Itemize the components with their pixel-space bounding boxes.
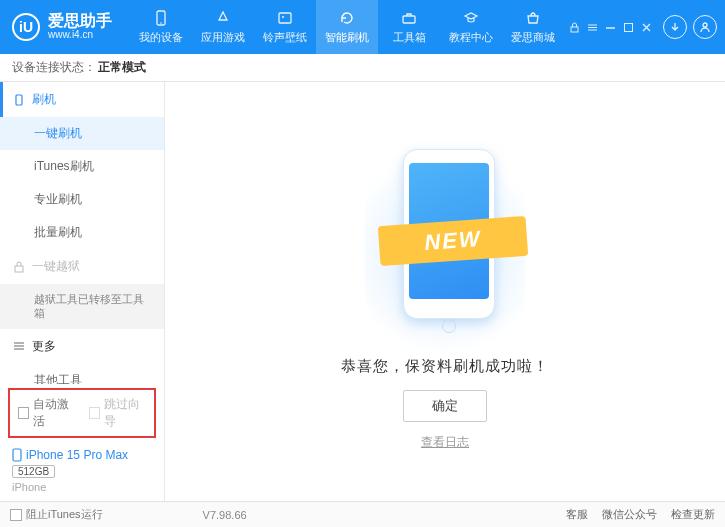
footer: 阻止iTunes运行 V7.98.66 客服 微信公众号 检查更新 bbox=[0, 501, 725, 527]
success-illustration: NEW bbox=[375, 143, 515, 343]
status-label: 设备连接状态： bbox=[12, 59, 96, 76]
svg-rect-9 bbox=[15, 266, 23, 272]
menu-icon[interactable] bbox=[585, 20, 599, 34]
svg-rect-8 bbox=[16, 95, 22, 105]
lock-icon[interactable] bbox=[567, 20, 581, 34]
device-info: iPhone 15 Pro Max 512GB iPhone bbox=[0, 442, 164, 501]
nav-tutorials[interactable]: 教程中心 bbox=[440, 0, 502, 54]
content-area: NEW 恭喜您，保资料刷机成功啦！ 确定 查看日志 bbox=[165, 82, 725, 501]
toolbox-icon bbox=[400, 9, 418, 27]
status-value: 正常模式 bbox=[98, 59, 146, 76]
titlebar-right bbox=[567, 15, 717, 39]
svg-rect-2 bbox=[279, 13, 291, 23]
svg-point-7 bbox=[703, 23, 707, 27]
checkbox-auto-activate[interactable]: 自动激活 bbox=[18, 396, 75, 430]
logo-icon: iU bbox=[12, 13, 40, 41]
nav-toolbox[interactable]: 工具箱 bbox=[378, 0, 440, 54]
close-button[interactable] bbox=[639, 20, 653, 34]
ok-button[interactable]: 确定 bbox=[403, 390, 487, 422]
sidebar-group-more[interactable]: 更多 bbox=[0, 329, 164, 364]
more-icon bbox=[12, 339, 26, 353]
nav-store[interactable]: 爱思商城 bbox=[502, 0, 564, 54]
device-name[interactable]: iPhone 15 Pro Max bbox=[12, 448, 152, 462]
download-button[interactable] bbox=[663, 15, 687, 39]
brand: 爱思助手 www.i4.cn bbox=[48, 13, 112, 41]
new-ribbon: NEW bbox=[378, 215, 528, 265]
refresh-icon bbox=[338, 9, 356, 27]
nav-flash[interactable]: 智能刷机 bbox=[316, 0, 378, 54]
svg-point-1 bbox=[160, 22, 162, 24]
jailbreak-note: 越狱工具已转移至工具箱 bbox=[0, 284, 164, 329]
flash-icon bbox=[12, 93, 26, 107]
app-title: 爱思助手 bbox=[48, 13, 112, 29]
svg-rect-10 bbox=[13, 449, 21, 461]
view-log-link[interactable]: 查看日志 bbox=[421, 434, 469, 451]
footer-support[interactable]: 客服 bbox=[566, 507, 588, 522]
user-button[interactable] bbox=[693, 15, 717, 39]
window-controls bbox=[567, 20, 653, 34]
sidebar-item-itunes-flash[interactable]: iTunes刷机 bbox=[0, 150, 164, 183]
lock-icon bbox=[12, 260, 26, 274]
nav-apps[interactable]: 应用游戏 bbox=[192, 0, 254, 54]
sidebar-group-jailbreak: 一键越狱 bbox=[0, 249, 164, 284]
graduation-icon bbox=[462, 9, 480, 27]
svg-rect-5 bbox=[571, 27, 578, 32]
nav-ringtones[interactable]: 铃声壁纸 bbox=[254, 0, 316, 54]
version-label: V7.98.66 bbox=[203, 509, 247, 521]
sidebar-item-batch-flash[interactable]: 批量刷机 bbox=[0, 216, 164, 249]
apps-icon bbox=[214, 9, 232, 27]
image-icon bbox=[276, 9, 294, 27]
device-type: iPhone bbox=[12, 481, 152, 493]
svg-rect-4 bbox=[403, 16, 415, 23]
store-icon bbox=[524, 9, 542, 27]
main-nav: 我的设备 应用游戏 铃声壁纸 智能刷机 工具箱 教程中心 爱思商城 bbox=[130, 0, 564, 54]
phone-icon bbox=[152, 9, 170, 27]
titlebar: iU 爱思助手 www.i4.cn 我的设备 应用游戏 铃声壁纸 智能刷机 工具… bbox=[0, 0, 725, 54]
sidebar-group-flash[interactable]: 刷机 bbox=[0, 82, 164, 117]
highlight-box: 自动激活 跳过向导 bbox=[8, 388, 156, 438]
maximize-button[interactable] bbox=[621, 20, 635, 34]
nav-my-device[interactable]: 我的设备 bbox=[130, 0, 192, 54]
sidebar: 刷机 一键刷机 iTunes刷机 专业刷机 批量刷机 一键越狱 越狱工具已转移至… bbox=[0, 82, 165, 501]
sidebar-item-oneclick-flash[interactable]: 一键刷机 bbox=[0, 117, 164, 150]
svg-point-3 bbox=[282, 16, 284, 18]
footer-wechat[interactable]: 微信公众号 bbox=[602, 507, 657, 522]
sidebar-item-pro-flash[interactable]: 专业刷机 bbox=[0, 183, 164, 216]
checkbox-block-itunes[interactable]: 阻止iTunes运行 bbox=[10, 507, 103, 522]
svg-rect-6 bbox=[624, 23, 632, 31]
checkbox-skip-guide[interactable]: 跳过向导 bbox=[89, 396, 146, 430]
minimize-button[interactable] bbox=[603, 20, 617, 34]
device-phone-icon bbox=[12, 448, 22, 462]
status-bar: 设备连接状态： 正常模式 bbox=[0, 54, 725, 82]
sidebar-item-other-tools[interactable]: 其他工具 bbox=[0, 364, 164, 384]
footer-update[interactable]: 检查更新 bbox=[671, 507, 715, 522]
app-subtitle: www.i4.cn bbox=[48, 29, 112, 41]
success-message: 恭喜您，保资料刷机成功啦！ bbox=[341, 357, 549, 376]
storage-badge: 512GB bbox=[12, 465, 55, 478]
